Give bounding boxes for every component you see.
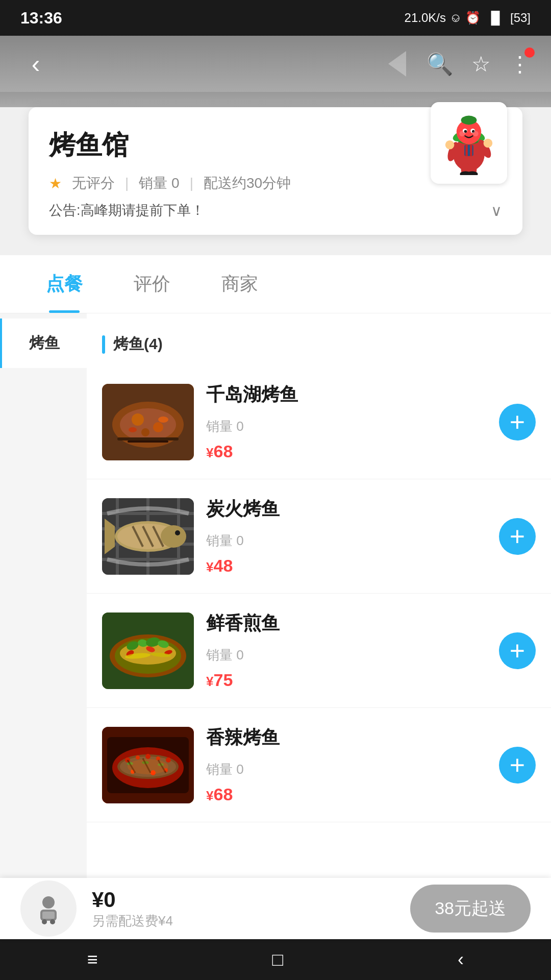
menu-item: 鲜香煎鱼 销量 0 ¥75 + bbox=[87, 594, 551, 708]
top-nav: ‹ 🔍 ☆ ⋮ bbox=[0, 36, 551, 92]
food-svg-1 bbox=[102, 384, 194, 460]
svg-point-15 bbox=[445, 140, 455, 150]
network-speed: 21.0K/s bbox=[405, 11, 446, 25]
svg-rect-84 bbox=[42, 912, 55, 919]
svg-point-85 bbox=[42, 919, 47, 924]
svg-point-28 bbox=[153, 422, 163, 432]
svg-point-16 bbox=[484, 138, 493, 148]
more-icon[interactable]: ⋮ bbox=[509, 52, 531, 77]
cart-icon-area[interactable] bbox=[20, 880, 77, 937]
item-sales-1: 销量 0 bbox=[206, 418, 487, 435]
svg-point-86 bbox=[50, 919, 55, 924]
svg-point-29 bbox=[141, 428, 149, 436]
tab-review[interactable]: 评价 bbox=[108, 255, 196, 313]
star-icon: ★ bbox=[49, 175, 62, 192]
alarm-icon: ⏰ bbox=[465, 11, 481, 25]
svg-point-26 bbox=[120, 408, 176, 441]
add-button-1[interactable]: + bbox=[499, 404, 536, 440]
notification-dot bbox=[524, 47, 535, 58]
item-info-1: 千岛湖烤鱼 销量 0 ¥68 bbox=[194, 377, 499, 467]
notice-chevron[interactable]: ∨ bbox=[491, 202, 502, 219]
item-sales-4: 销量 0 bbox=[206, 761, 487, 778]
add-button-4[interactable]: + bbox=[499, 747, 536, 783]
status-bar: 13:36 21.0K/s ⎉ ⏰ ▐▌ [53] bbox=[0, 0, 551, 36]
cart-icon bbox=[32, 892, 65, 925]
add-button-3[interactable]: + bbox=[499, 632, 536, 669]
item-name-3: 鲜香煎鱼 bbox=[206, 611, 487, 636]
mascot-image bbox=[438, 110, 499, 176]
bottom-nav: ≡ □ ‹ bbox=[0, 939, 551, 980]
price-symbol-2: ¥ bbox=[206, 559, 213, 575]
food-svg-2 bbox=[102, 498, 194, 575]
tab-merchant[interactable]: 商家 bbox=[196, 255, 284, 313]
store-logo bbox=[431, 102, 507, 184]
svg-rect-32 bbox=[117, 437, 179, 440]
menu-item: 香辣烤鱼 销量 0 ¥68 + bbox=[87, 708, 551, 822]
svg-rect-23 bbox=[470, 144, 472, 156]
item-info-3: 鲜香煎鱼 销量 0 ¥75 bbox=[194, 606, 499, 695]
store-rating: 无评分 bbox=[72, 174, 115, 193]
nav-arrow bbox=[388, 51, 406, 77]
bottom-home-icon[interactable]: □ bbox=[272, 949, 284, 970]
cart-total: ¥0 bbox=[92, 888, 410, 912]
svg-rect-22 bbox=[465, 144, 467, 156]
item-name-1: 千岛湖烤鱼 bbox=[206, 382, 487, 407]
separator1: | bbox=[125, 175, 129, 191]
svg-point-31 bbox=[158, 416, 168, 423]
svg-rect-6 bbox=[468, 116, 470, 124]
back-icon: ‹ bbox=[32, 49, 40, 79]
status-icons: 21.0K/s ⎉ ⏰ ▐▌ [53] bbox=[405, 11, 531, 25]
svg-point-12 bbox=[473, 131, 479, 136]
store-header-wrapper: 烤鱼馆 ★ 无评分 | 销量 0 | 配送约30分钟 公告:高峰期请提前下单！ … bbox=[0, 107, 551, 245]
item-price-1: ¥68 bbox=[206, 442, 487, 461]
item-name-2: 炭火烤鱼 bbox=[206, 497, 487, 522]
svg-point-30 bbox=[129, 427, 137, 432]
add-button-2[interactable]: + bbox=[499, 518, 536, 555]
item-sales-3: 销量 0 bbox=[206, 646, 487, 664]
mascot-svg bbox=[441, 111, 497, 175]
item-info-2: 炭火烤鱼 销量 0 ¥48 bbox=[194, 492, 499, 581]
store-delivery-time: 配送约30分钟 bbox=[204, 174, 291, 193]
item-sales-2: 销量 0 bbox=[206, 532, 487, 550]
store-sales: 销量 0 bbox=[139, 174, 179, 193]
item-info-4: 香辣烤鱼 销量 0 ¥68 bbox=[194, 720, 499, 810]
status-time: 13:36 bbox=[20, 9, 62, 28]
item-price-3: ¥75 bbox=[206, 670, 487, 690]
separator2: | bbox=[190, 175, 193, 191]
nav-right-icons: 🔍 ☆ ⋮ bbox=[427, 52, 531, 77]
svg-point-81 bbox=[128, 759, 168, 774]
svg-point-82 bbox=[42, 896, 55, 909]
price-value-4: 68 bbox=[213, 785, 233, 804]
category-item-grilled-fish[interactable]: 烤鱼 bbox=[0, 318, 87, 368]
bluetooth-icon: ⎉ bbox=[452, 11, 459, 25]
food-image-1 bbox=[102, 384, 194, 460]
menu-item: 千岛湖烤鱼 销量 0 ¥68 + bbox=[87, 365, 551, 479]
menu-item: 炭火烤鱼 销量 0 ¥48 + bbox=[87, 479, 551, 594]
menu-category-header: 烤鱼(4) bbox=[87, 324, 551, 365]
checkout-button[interactable]: 38元起送 bbox=[410, 885, 531, 933]
svg-rect-33 bbox=[128, 440, 168, 443]
item-price-2: ¥48 bbox=[206, 556, 487, 576]
item-name-4: 香辣烤鱼 bbox=[206, 725, 487, 750]
price-symbol-4: ¥ bbox=[206, 788, 213, 803]
bottom-back-icon[interactable]: ‹ bbox=[458, 949, 464, 970]
food-image-3 bbox=[102, 612, 194, 689]
search-icon[interactable]: 🔍 bbox=[427, 52, 453, 77]
tab-order[interactable]: 点餐 bbox=[20, 255, 108, 313]
favorite-icon[interactable]: ☆ bbox=[471, 52, 491, 77]
notice-text: 公告:高峰期请提前下单！ bbox=[49, 201, 205, 219]
bottom-menu-icon[interactable]: ≡ bbox=[87, 949, 98, 970]
food-svg-4 bbox=[102, 727, 194, 803]
signal-icon: ▐▌ bbox=[487, 11, 504, 25]
food-image-4 bbox=[102, 727, 194, 803]
store-notice: 公告:高峰期请提前下单！ ∨ bbox=[49, 201, 502, 219]
svg-point-44 bbox=[161, 525, 186, 548]
food-image-2 bbox=[102, 498, 194, 575]
svg-point-68 bbox=[136, 755, 140, 760]
cart-price-area: ¥0 另需配送费¥4 bbox=[92, 888, 410, 930]
svg-point-69 bbox=[145, 754, 151, 759]
back-button[interactable]: ‹ bbox=[20, 48, 51, 79]
item-price-4: ¥68 bbox=[206, 785, 487, 804]
menu-items-list: 烤鱼(4) 千岛湖烤鱼 销量 0 bbox=[87, 313, 551, 904]
price-value-1: 68 bbox=[213, 442, 233, 461]
